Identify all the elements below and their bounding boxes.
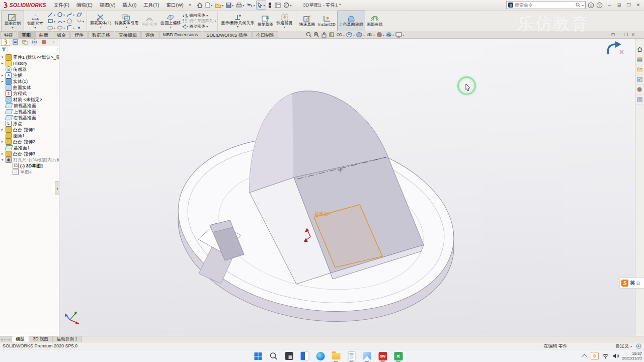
sketch-draw-button[interactable]: 草图绘制▾ (1, 11, 24, 32)
solidworks-taskbar-icon[interactable]: SW (377, 350, 388, 361)
mirror-entities-button[interactable]: 镜向实体▾ (182, 13, 216, 18)
design-library-button[interactable] (635, 54, 643, 64)
start-button[interactable] (253, 350, 264, 361)
tree-item-right-plane[interactable]: 右视基准面 (0, 115, 59, 121)
graphics-area[interactable]: 基准面1 ✕ (59, 38, 635, 336)
print-button[interactable]: ▾ (235, 1, 245, 9)
zoom-area-button[interactable] (313, 32, 319, 38)
arc-tool[interactable]: ▾ (57, 18, 65, 25)
document-app-icon[interactable] (346, 350, 357, 361)
doc-minimize-icon[interactable]: ─ (618, 32, 621, 37)
linear-pattern-button[interactable]: 线性草图阵列▾ (182, 19, 216, 24)
hide-show-items-button[interactable]: ▾ (366, 32, 375, 38)
repair-sketch-button[interactable]: 修复草图 (256, 11, 275, 32)
fillet-tool[interactable]: ▾ (66, 25, 74, 31)
tree-item-boss-extrude2[interactable]: ▸凸台-拉伸2 (0, 139, 59, 145)
face-curves-button[interactable]: 面部曲线 (365, 11, 384, 32)
restore-button[interactable]: ❐ (624, 3, 633, 8)
view-settings-button[interactable]: ▾ (395, 32, 404, 38)
tab-surfaces[interactable]: 曲面 (35, 31, 52, 38)
next-tab-icon[interactable]: › (6, 338, 7, 341)
surface-offset-button[interactable]: 曲面上偏移▾ (159, 11, 182, 32)
tree-item-boss-extrude3[interactable]: ▸凸台-拉伸3 (0, 151, 59, 157)
sogou-tray-icon[interactable]: S (591, 352, 599, 360)
shaded-contours-button[interactable]: 上色草图轮廓 (337, 11, 365, 32)
display-relations-button[interactable]: 显示/删除几何关系▾ (219, 11, 256, 32)
file-explorer-icon[interactable] (331, 350, 342, 361)
menu-edit[interactable]: 编辑(E) (73, 2, 96, 9)
show-desktop-button[interactable] (640, 351, 642, 361)
home-button[interactable] (196, 1, 204, 9)
chevron-down-icon[interactable]: ▾ (582, 4, 584, 7)
previous-view-button[interactable] (321, 32, 327, 38)
tab-weldments[interactable]: 焊件 (70, 31, 88, 38)
prev-tab-icon[interactable]: ‹ (4, 338, 5, 341)
circle-tool[interactable]: ▾ (57, 12, 65, 18)
slot-tool[interactable]: ▾ (47, 25, 55, 31)
ellipse-tool[interactable]: ▾ (57, 25, 65, 31)
select-tool-button[interactable]: ▾ (256, 1, 266, 10)
tree-item-material[interactable]: 材质 <未指定> (0, 97, 59, 103)
trim-entities-button[interactable]: 剪裁实体(T)▾ (89, 11, 113, 32)
tree-item-boss-extrude1[interactable]: ▸凸台-拉伸1 (0, 127, 59, 133)
custom-properties-button[interactable] (635, 95, 643, 105)
first-tab-icon[interactable]: « (1, 338, 3, 341)
search-input[interactable]: S 搜索命令 ▾ (506, 1, 586, 9)
polygon-tool[interactable] (66, 18, 74, 25)
tag-icon[interactable] (636, 343, 641, 349)
tray-overflow-icon[interactable] (581, 354, 587, 359)
featuremanager-tab[interactable] (1, 38, 10, 46)
save-button[interactable]: ▾ (225, 1, 234, 9)
menu-tools[interactable]: 工具(T) (140, 2, 163, 9)
tree-root[interactable]: ▾零件1 (默认<<默认>_显示状态 (0, 54, 59, 60)
dimxpertmanager-tab[interactable]: Φ (30, 38, 39, 46)
edge-icon[interactable] (315, 350, 326, 361)
units-selector[interactable]: 自定义 ▾ (615, 343, 632, 349)
rapid-sketch-button[interactable]: 快速草图 (298, 11, 317, 32)
plane-tool[interactable] (76, 12, 84, 18)
propertymanager-tab[interactable] (11, 38, 20, 46)
tab-evaluate[interactable]: 评估 (141, 31, 158, 38)
tab-today-mfg[interactable]: 今日制造 (252, 31, 278, 38)
tree-item-plane1[interactable]: 基准面1 (0, 145, 59, 151)
tree-item-history[interactable]: ▸History (0, 60, 59, 66)
capture-app-icon[interactable]: ✕ (393, 350, 404, 361)
point-tool[interactable] (76, 25, 84, 31)
ime-badge[interactable]: S 英 Ω (619, 278, 644, 289)
minimize-button[interactable]: ─ (605, 3, 614, 8)
taskbar-clock[interactable]: 15:57 2021/11/20 (622, 351, 642, 360)
line-tool[interactable]: ▾ (47, 12, 55, 18)
help-sw-icon[interactable]: s (588, 2, 594, 9)
file-explorer-button[interactable] (635, 64, 643, 74)
tree-item-surface-bodies[interactable]: 曲面实体 (0, 84, 59, 90)
widgets-icon[interactable] (299, 350, 310, 361)
tree-item-front-plane[interactable]: 前视基准面 (0, 103, 59, 109)
open-document-button[interactable]: ▾ (214, 1, 224, 9)
tree-item-origin[interactable]: L原点 (0, 121, 59, 127)
layout-button[interactable]: ⊞ (614, 3, 624, 8)
spline-tool[interactable]: ▾ (66, 12, 74, 18)
volume-icon[interactable] (612, 353, 619, 359)
tab-sheetmetal[interactable]: 钣金 (53, 31, 70, 38)
text-tool[interactable]: ▾ (76, 18, 84, 25)
close-button[interactable]: ✕ (633, 3, 643, 8)
tree-item-equations[interactable]: Σ方程式 (0, 90, 59, 97)
sw-resources-button[interactable] (635, 44, 643, 54)
filter-input[interactable] (8, 47, 57, 52)
photos-icon[interactable] (362, 350, 373, 361)
undo-button[interactable]: ▾ (246, 1, 256, 9)
edit-appearance-button[interactable]: ▾ (376, 32, 384, 38)
zoom-fit-button[interactable] (306, 32, 312, 38)
move-entities-button[interactable]: 移动实体▾ (182, 24, 216, 29)
menu-view[interactable]: 视图(V) (96, 2, 119, 9)
tree-item-annotations[interactable]: ▸A注解 (0, 72, 59, 78)
tree-item-top-plane[interactable]: 上视基准面 (0, 109, 59, 115)
panel-collapse-handle[interactable]: ◂ (55, 181, 59, 195)
tab-data-migration[interactable]: 数据迁移 (88, 31, 114, 38)
taskbar-search-icon[interactable] (268, 350, 279, 361)
selection-filter-button[interactable] (267, 1, 273, 9)
menu-window[interactable]: 窗口(W) (163, 2, 187, 9)
view-palette-button[interactable] (635, 74, 643, 84)
panel-tabs-overflow[interactable]: › (49, 38, 58, 46)
new-document-button[interactable]: ▾ (204, 1, 213, 9)
